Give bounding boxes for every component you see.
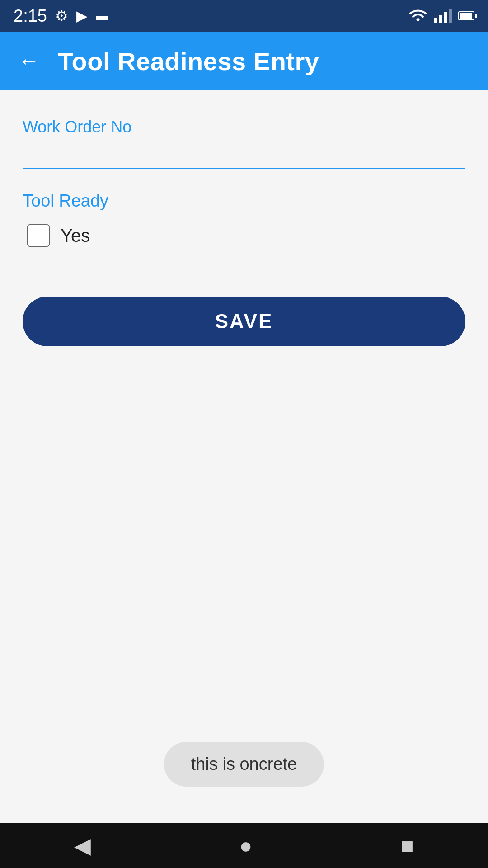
status-time: 2:15: [14, 6, 47, 26]
svg-rect-3: [449, 9, 452, 23]
status-bar: 2:15 ⚙ ▶ ▬: [0, 0, 488, 32]
clipboard-icon: ▬: [96, 9, 108, 23]
work-order-label: Work Order No: [23, 118, 465, 137]
battery-icon: [458, 11, 474, 20]
nav-bar: ◀ ● ■: [0, 823, 488, 868]
status-right: [408, 9, 474, 23]
work-order-input[interactable]: [23, 139, 465, 169]
status-left: 2:15 ⚙ ▶ ▬: [14, 6, 108, 26]
tool-ready-section: Tool Ready Yes: [23, 191, 465, 247]
main-content: Work Order No Tool Ready Yes SAVE: [0, 90, 488, 823]
svg-rect-0: [434, 18, 437, 23]
tool-ready-checkbox-row: Yes: [27, 224, 465, 247]
back-button[interactable]: ←: [18, 50, 40, 72]
yes-checkbox[interactable]: [27, 224, 50, 247]
settings-icon: ⚙: [55, 7, 68, 24]
toast-message: this is oncrete: [164, 742, 324, 787]
nav-home-button[interactable]: ●: [239, 833, 252, 858]
svg-rect-2: [444, 12, 447, 23]
tool-ready-label: Tool Ready: [23, 191, 465, 211]
wifi-icon: [408, 9, 427, 23]
page-title: Tool Readiness Entry: [58, 47, 319, 76]
shield-icon: ▶: [76, 7, 88, 24]
svg-rect-1: [439, 15, 442, 23]
nav-recent-button[interactable]: ■: [401, 833, 414, 858]
save-button[interactable]: SAVE: [23, 297, 465, 346]
nav-back-button[interactable]: ◀: [74, 833, 91, 858]
work-order-field: Work Order No: [23, 118, 465, 169]
signal-icon: [434, 9, 452, 23]
yes-checkbox-label: Yes: [61, 226, 90, 246]
app-bar: ← Tool Readiness Entry: [0, 32, 488, 90]
